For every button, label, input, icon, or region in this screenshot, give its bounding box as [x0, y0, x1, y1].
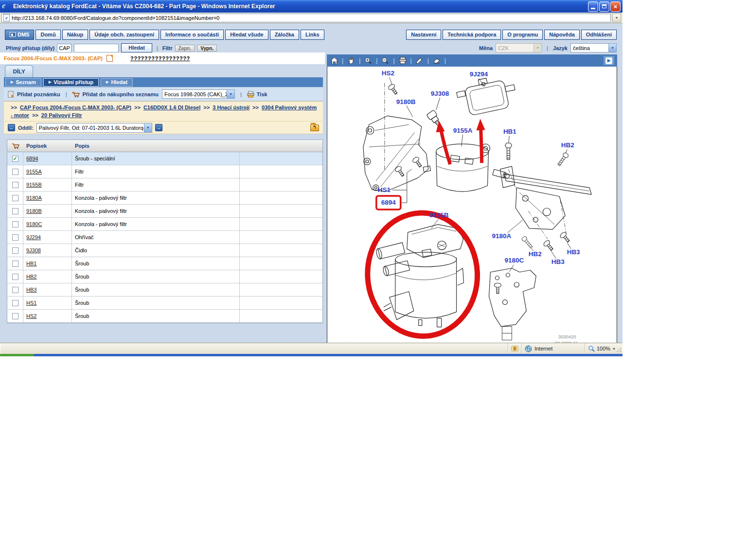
nav-informace-o-sou-sti[interactable]: Informace o součásti [160, 30, 224, 40]
part-code-link[interactable]: 9J308 [26, 247, 41, 253]
row-checkbox[interactable] [7, 205, 23, 217]
table-row[interactable]: 9180CKonzola - palivový filtr [7, 218, 322, 231]
diagram-part-label[interactable]: 9180B [396, 98, 416, 105]
nav-links[interactable]: Links [301, 30, 324, 40]
view-button-seznam[interactable]: ▶Seznam [5, 78, 41, 87]
diagram-part-label[interactable]: HS1 [378, 186, 391, 193]
diagram-part-label-selected[interactable]: 6894 [381, 199, 396, 206]
row-checkbox[interactable] [7, 283, 23, 296]
row-checkbox[interactable] [7, 257, 23, 270]
panel-expand-button[interactable]: ▶ [604, 56, 614, 65]
part-code-link[interactable]: 9180C [26, 221, 42, 227]
row-checkbox[interactable]: ✓ [7, 152, 23, 165]
breadcrumb-link[interactable]: 3 Hnací ústrojí [213, 105, 249, 110]
table-row[interactable]: HS2Šroub [7, 310, 322, 323]
filter-on-button[interactable]: Zapn. [175, 45, 195, 52]
search-button[interactable]: Hledat [121, 43, 152, 52]
restore-button[interactable] [599, 1, 609, 12]
diagram-part-label[interactable]: HB3 [551, 258, 565, 265]
table-row[interactable]: 9J294Ohřívač [7, 231, 322, 244]
view-button-hledat[interactable]: ▶Hledat [101, 78, 133, 87]
part-code-link[interactable]: HB3 [26, 287, 36, 293]
table-row[interactable]: 9155BFiltr [7, 178, 322, 192]
part-code-link[interactable]: HB1 [26, 261, 36, 266]
folder-up-icon[interactable] [310, 124, 319, 131]
table-row[interactable]: 9180AKonzola - palivový filtr [7, 192, 322, 205]
part-code-link[interactable]: 9155A [26, 169, 42, 175]
row-checkbox[interactable] [7, 270, 23, 283]
row-checkbox[interactable] [7, 218, 23, 230]
header-popis[interactable]: Popis [72, 143, 240, 149]
zoom-in-icon[interactable] [364, 56, 373, 65]
table-row[interactable]: 9155AFiltr [7, 165, 322, 178]
part-code-link[interactable]: 9180B [26, 208, 42, 214]
security-report-icon[interactable] [508, 343, 522, 354]
diagram-part-label[interactable]: HB1 [503, 128, 516, 135]
part-code-link[interactable]: 9155B [26, 182, 42, 188]
diagram-part-label[interactable]: HB2 [561, 141, 574, 149]
tab-dily[interactable]: DÍLY [5, 65, 33, 77]
breadcrumb-link[interactable]: CAP Focus 2004-/Focus C-MAX 2003- (CAP) [20, 105, 131, 110]
table-row[interactable]: 9J308Čidlo [7, 244, 322, 257]
filter-off-button[interactable]: Vypn. [197, 45, 217, 52]
diagram-part-label[interactable]: 9180A [492, 232, 512, 240]
pencil-icon[interactable] [415, 56, 424, 65]
table-row[interactable]: HB2Šroub [7, 270, 322, 283]
part-code-link[interactable]: HB2 [26, 274, 36, 280]
row-checkbox[interactable] [7, 244, 23, 257]
table-row[interactable]: ✓6894Šroub - speciální [7, 152, 322, 165]
diagram-part-label[interactable]: 9155A [453, 127, 473, 134]
add-note-link[interactable]: Přidat poznámku [8, 91, 60, 98]
close-button[interactable]: × [610, 1, 621, 12]
nav-n-pov-da[interactable]: Nápověda [544, 30, 580, 40]
pan-hand-icon[interactable] [347, 56, 356, 65]
row-checkbox[interactable] [7, 178, 23, 191]
part-search-input[interactable] [74, 44, 119, 52]
url-dropdown-button[interactable]: ▼ [612, 14, 621, 22]
vehicle-question-link[interactable]: ????????????????? [130, 55, 190, 61]
part-code-link[interactable]: HS1 [26, 300, 36, 306]
table-row[interactable]: HB1Šroub [7, 257, 322, 270]
eraser-icon[interactable] [432, 56, 441, 65]
nav-dom-[interactable]: Domů [36, 30, 60, 40]
print-diagram-icon[interactable] [398, 56, 407, 65]
breadcrumb-link[interactable]: C16DD0X 1.6 DI Diesel [143, 105, 200, 110]
row-checkbox[interactable] [7, 165, 23, 178]
add-to-shopping-list-link[interactable]: Přidat do nákupního seznamu [72, 91, 158, 98]
header-popisek[interactable]: Popisek [23, 143, 72, 149]
resize-grip[interactable] [616, 347, 622, 353]
zoom-out-icon[interactable] [381, 56, 390, 65]
section-next-button[interactable]: → [155, 124, 162, 131]
table-row[interactable]: 9180BKonzola - palivový filtr [7, 205, 322, 218]
part-code-link[interactable]: 6894 [26, 156, 38, 161]
nav-n-kup[interactable]: Nákup [62, 30, 89, 40]
cap-field[interactable]: CAP [57, 44, 71, 52]
table-row[interactable]: HS1Šroub [7, 297, 322, 310]
nav-z-lo-ka[interactable]: Záložka [270, 30, 299, 40]
section-select[interactable]: Palivový Filtr, Od: 07-01-2003 1.6L Dura… [36, 123, 152, 133]
breadcrumb-link[interactable]: 20 Palivový Filtr [41, 112, 82, 118]
diagram-part-label[interactable]: HB3 [567, 248, 580, 256]
diagram-part-label[interactable]: 9180C [505, 257, 524, 264]
nav-o-programu[interactable]: O programu [502, 30, 543, 40]
row-checkbox[interactable] [7, 231, 23, 244]
home-icon[interactable] [330, 56, 338, 65]
row-checkbox[interactable] [7, 297, 23, 309]
view-button-vizu-ln-p-stup[interactable]: ▶Vizuální přístup [43, 78, 99, 87]
parts-diagram[interactable]: HS29J2949J3089180B9155AHB1HB2HS168949155… [327, 67, 617, 345]
row-checkbox[interactable] [7, 310, 23, 322]
diagram-part-label[interactable]: HB2 [529, 250, 542, 258]
nav--daje-obch-zastoupen-[interactable]: Údaje obch. zastoupení [89, 30, 159, 40]
print-link[interactable]: Tisk [247, 91, 267, 98]
nav-technick-podpora[interactable]: Technická podpora [443, 30, 501, 40]
diagram-part-label[interactable]: 9J308 [431, 90, 449, 97]
minimize-button[interactable] [588, 1, 598, 12]
nav-hledat-v-ude[interactable]: Hledat všude [225, 30, 268, 40]
table-row[interactable]: HB3Šroub [7, 283, 322, 297]
diagram-part-label[interactable]: HS2 [382, 70, 394, 77]
row-checkbox[interactable] [7, 192, 23, 204]
part-code-link[interactable]: HS2 [26, 313, 36, 319]
diagram-part-label[interactable]: 9J294 [470, 70, 488, 78]
vehicle-doc-icon[interactable] [107, 55, 113, 62]
url-box[interactable]: e http://213.168.74.69:8080/Ford/Catalog… [1, 14, 611, 22]
